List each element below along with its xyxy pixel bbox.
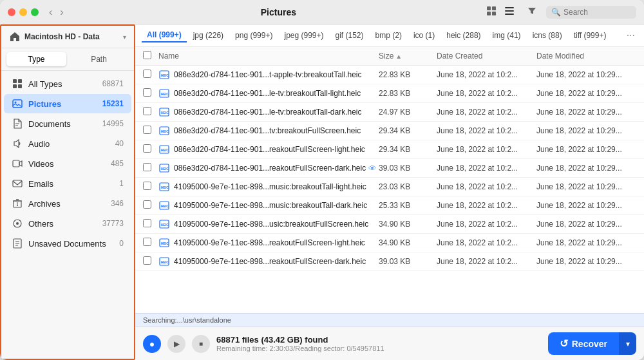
checkbox-4[interactable] — [143, 144, 151, 153]
others-icon — [12, 218, 23, 229]
pause-button[interactable]: ▶ — [167, 335, 185, 353]
table-row[interactable]: HEIC 086e3d20-d784-11ec-901...reakoutFul… — [135, 140, 644, 159]
sidebar-item-count-others: 37773 — [102, 219, 124, 228]
row-checkbox-0[interactable] — [143, 70, 158, 80]
filter-tab-ico[interactable]: ico (1) — [408, 29, 440, 42]
close-button[interactable] — [8, 8, 15, 16]
filter-tab-gif[interactable]: gif (152) — [330, 29, 369, 42]
unsaved-icon — [12, 238, 23, 249]
drive-chevron-icon[interactable]: ▾ — [123, 33, 126, 41]
filter-tab-jpg[interactable]: jpg (226) — [188, 29, 229, 42]
checkbox-7[interactable] — [143, 200, 151, 209]
svg-point-19 — [17, 205, 18, 206]
table-row[interactable]: HEIC 41095000-9e7e-11ec-898...music:brea… — [135, 196, 644, 215]
row-date-modified-8: June 18, 2022 at 10:29... — [536, 220, 636, 229]
row-checkbox-8[interactable] — [143, 219, 158, 229]
svg-rect-16 — [13, 180, 22, 187]
home-icon — [9, 31, 21, 43]
row-checkbox-7[interactable] — [143, 200, 158, 211]
table-row[interactable]: HEIC 086e3d20-d784-11ec-901...t-apple-tv… — [135, 66, 644, 84]
sidebar-item-emails[interactable]: Emails1 — [4, 174, 131, 193]
file-icon-2: HEIC — [158, 106, 170, 118]
more-tabs-button[interactable]: ··· — [624, 28, 638, 43]
recover-label: Recover — [572, 339, 607, 349]
filter-tab-img[interactable]: img (41) — [488, 29, 526, 42]
row-checkbox-1[interactable] — [143, 88, 158, 99]
table-row[interactable]: HEIC 41095000-9e7e-11ec-898...reakoutFul… — [135, 252, 644, 271]
file-table[interactable]: Name Size ▲ Date Created Date Modified H… — [135, 47, 644, 313]
table-row[interactable]: HEIC 41095000-9e7e-11ec-898...reakoutFul… — [135, 234, 644, 252]
tab-path[interactable]: Path — [69, 52, 129, 66]
sidebar-item-audio[interactable]: Audio40 — [4, 134, 131, 153]
sidebar-item-others[interactable]: Others37773 — [4, 214, 131, 233]
row-checkbox-3[interactable] — [143, 126, 158, 136]
sidebar-header: Macintosh HD - Data ▾ — [1, 26, 134, 48]
row-date-created-6: June 18, 2022 at 10:2... — [437, 182, 536, 191]
back-button[interactable]: ‹ — [46, 6, 55, 19]
filter-tab-jpeg[interactable]: jpeg (999+) — [279, 29, 328, 42]
table-row[interactable]: HEIC 41095000-9e7e-11ec-898...usic:break… — [135, 215, 644, 234]
filter-tab-all[interactable]: All (999+) — [142, 28, 187, 43]
svg-rect-4 — [505, 7, 514, 8]
filter-tab-icns[interactable]: icns (88) — [527, 29, 567, 42]
minimize-button[interactable] — [19, 8, 27, 16]
sidebar-item-unsaved[interactable]: Unsaved Documents0 — [4, 234, 131, 253]
sidebar-item-documents[interactable]: Documents14995 — [4, 114, 131, 133]
filter-tab-png[interactable]: png (999+) — [230, 29, 278, 42]
checkbox-5[interactable] — [143, 163, 151, 171]
sidebar-item-videos[interactable]: Videos485 — [4, 154, 131, 173]
row-date-created-5: June 18, 2022 at 10:2... — [437, 164, 536, 173]
maximize-button[interactable] — [31, 8, 39, 16]
preview-eye-icon[interactable]: 👁 — [368, 164, 377, 173]
play-button[interactable]: ● — [143, 335, 161, 353]
row-checkbox-10[interactable] — [143, 256, 158, 267]
checkbox-9[interactable] — [143, 238, 151, 246]
forward-button[interactable]: › — [57, 6, 66, 19]
filter-tab-heic[interactable]: heic (288) — [441, 29, 486, 42]
row-checkbox-4[interactable] — [143, 144, 158, 155]
table-row[interactable]: HEIC 086e3d20-d784-11ec-901...tv:breakou… — [135, 122, 644, 140]
checkbox-0[interactable] — [143, 70, 151, 78]
sidebar-item-pictures[interactable]: Pictures15231 — [4, 94, 131, 113]
filter-tab-bmp[interactable]: bmp (2) — [370, 29, 407, 42]
sidebar-item-all-types[interactable]: All Types68871 — [4, 74, 131, 93]
filter-tab-tiff[interactable]: tiff (999+) — [569, 29, 612, 42]
sidebar-item-archives[interactable]: Archives346 — [4, 194, 131, 213]
row-checkbox-9[interactable] — [143, 238, 158, 248]
svg-rect-11 — [13, 100, 22, 108]
list-view-button[interactable] — [501, 4, 518, 20]
checkbox-1[interactable] — [143, 88, 151, 97]
row-name-10: 41095000-9e7e-11ec-898...reakoutFullScre… — [174, 257, 379, 266]
checkbox-6[interactable] — [143, 182, 151, 190]
table-row[interactable]: HEIC 086e3d20-d784-11ec-901...reakoutFul… — [135, 159, 644, 178]
recover-button[interactable]: ↺ Recover — [548, 332, 619, 355]
name-col-header: Name — [158, 52, 379, 61]
filter-button[interactable] — [523, 4, 541, 20]
app-window: ‹ › Pictures — [0, 0, 644, 360]
row-checkbox-6[interactable] — [143, 182, 158, 192]
checkbox-8[interactable] — [143, 219, 151, 227]
table-row[interactable]: HEIC 086e3d20-d784-11ec-901...le-tv:brea… — [135, 103, 644, 122]
row-name-6: 41095000-9e7e-11ec-898...music:breakoutT… — [174, 182, 379, 191]
select-all-checkbox[interactable] — [143, 51, 151, 59]
grid-view-button[interactable] — [483, 4, 500, 20]
row-date-created-0: June 18, 2022 at 10:2... — [437, 70, 536, 79]
checkbox-2[interactable] — [143, 107, 151, 115]
documents-icon — [12, 118, 23, 129]
archives-icon — [12, 198, 23, 209]
checkbox-10[interactable] — [143, 256, 151, 265]
sidebar-item-count-emails: 1 — [119, 179, 124, 188]
recover-dropdown-button[interactable]: ▾ — [619, 332, 636, 355]
row-checkbox-5[interactable] — [143, 163, 158, 173]
row-size-8: 34.90 KB — [379, 220, 437, 229]
svg-rect-5 — [505, 10, 514, 12]
tab-type[interactable]: Type — [6, 52, 66, 66]
row-size-3: 29.34 KB — [379, 126, 437, 135]
search-input[interactable] — [564, 8, 631, 17]
checkbox-3[interactable] — [143, 126, 151, 134]
stop-button[interactable]: ■ — [192, 335, 210, 353]
table-row[interactable]: HEIC 41095000-9e7e-11ec-898...music:brea… — [135, 178, 644, 196]
row-checkbox-2[interactable] — [143, 107, 158, 117]
table-row[interactable]: HEIC 086e3d20-d784-11ec-901...le-tv:brea… — [135, 84, 644, 103]
sidebar-item-count-audio: 40 — [115, 139, 124, 148]
